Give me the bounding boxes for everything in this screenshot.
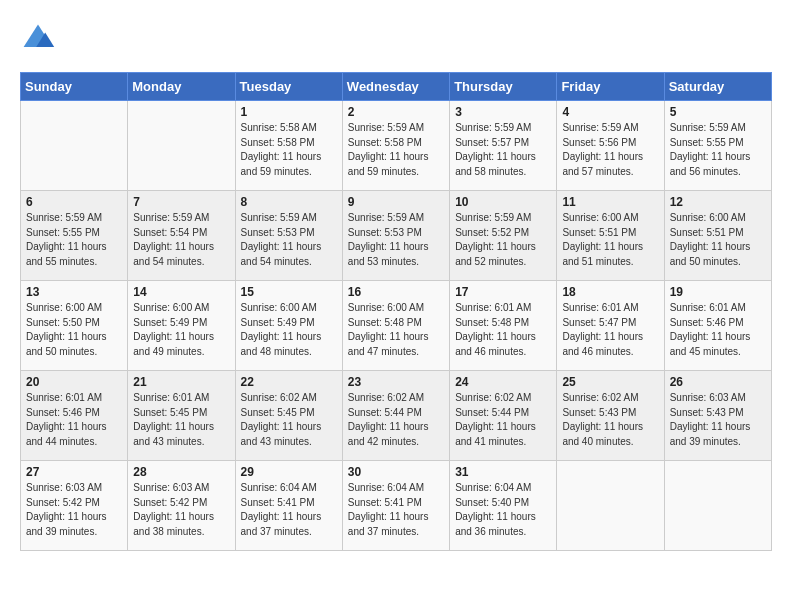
- day-number: 17: [455, 285, 551, 299]
- day-number: 29: [241, 465, 337, 479]
- day-number: 16: [348, 285, 444, 299]
- day-info: Sunrise: 6:00 AM Sunset: 5:48 PM Dayligh…: [348, 301, 444, 359]
- day-number: 7: [133, 195, 229, 209]
- day-info: Sunrise: 6:00 AM Sunset: 5:51 PM Dayligh…: [562, 211, 658, 269]
- day-info: Sunrise: 6:03 AM Sunset: 5:42 PM Dayligh…: [133, 481, 229, 539]
- day-cell: 16Sunrise: 6:00 AM Sunset: 5:48 PM Dayli…: [342, 281, 449, 371]
- day-number: 23: [348, 375, 444, 389]
- day-info: Sunrise: 5:58 AM Sunset: 5:58 PM Dayligh…: [241, 121, 337, 179]
- day-number: 28: [133, 465, 229, 479]
- day-cell: 31Sunrise: 6:04 AM Sunset: 5:40 PM Dayli…: [450, 461, 557, 551]
- day-info: Sunrise: 6:04 AM Sunset: 5:41 PM Dayligh…: [241, 481, 337, 539]
- day-info: Sunrise: 6:01 AM Sunset: 5:46 PM Dayligh…: [26, 391, 122, 449]
- day-info: Sunrise: 6:00 AM Sunset: 5:49 PM Dayligh…: [241, 301, 337, 359]
- day-number: 10: [455, 195, 551, 209]
- day-info: Sunrise: 6:03 AM Sunset: 5:43 PM Dayligh…: [670, 391, 766, 449]
- day-number: 14: [133, 285, 229, 299]
- day-info: Sunrise: 5:59 AM Sunset: 5:57 PM Dayligh…: [455, 121, 551, 179]
- day-number: 1: [241, 105, 337, 119]
- days-of-week-row: SundayMondayTuesdayWednesdayThursdayFrid…: [21, 73, 772, 101]
- day-cell: 12Sunrise: 6:00 AM Sunset: 5:51 PM Dayli…: [664, 191, 771, 281]
- day-number: 27: [26, 465, 122, 479]
- logo-icon: [20, 20, 56, 56]
- day-header-saturday: Saturday: [664, 73, 771, 101]
- day-cell: [664, 461, 771, 551]
- day-cell: 13Sunrise: 6:00 AM Sunset: 5:50 PM Dayli…: [21, 281, 128, 371]
- day-number: 18: [562, 285, 658, 299]
- day-number: 21: [133, 375, 229, 389]
- day-cell: 18Sunrise: 6:01 AM Sunset: 5:47 PM Dayli…: [557, 281, 664, 371]
- day-cell: 22Sunrise: 6:02 AM Sunset: 5:45 PM Dayli…: [235, 371, 342, 461]
- day-cell: 15Sunrise: 6:00 AM Sunset: 5:49 PM Dayli…: [235, 281, 342, 371]
- week-row-2: 6Sunrise: 5:59 AM Sunset: 5:55 PM Daylig…: [21, 191, 772, 281]
- day-cell: 26Sunrise: 6:03 AM Sunset: 5:43 PM Dayli…: [664, 371, 771, 461]
- day-cell: 3Sunrise: 5:59 AM Sunset: 5:57 PM Daylig…: [450, 101, 557, 191]
- logo: [20, 20, 60, 56]
- day-number: 11: [562, 195, 658, 209]
- day-info: Sunrise: 5:59 AM Sunset: 5:55 PM Dayligh…: [26, 211, 122, 269]
- day-info: Sunrise: 6:00 AM Sunset: 5:49 PM Dayligh…: [133, 301, 229, 359]
- day-cell: 11Sunrise: 6:00 AM Sunset: 5:51 PM Dayli…: [557, 191, 664, 281]
- week-row-3: 13Sunrise: 6:00 AM Sunset: 5:50 PM Dayli…: [21, 281, 772, 371]
- day-cell: [128, 101, 235, 191]
- week-row-4: 20Sunrise: 6:01 AM Sunset: 5:46 PM Dayli…: [21, 371, 772, 461]
- week-row-1: 1Sunrise: 5:58 AM Sunset: 5:58 PM Daylig…: [21, 101, 772, 191]
- day-info: Sunrise: 6:01 AM Sunset: 5:46 PM Dayligh…: [670, 301, 766, 359]
- day-number: 24: [455, 375, 551, 389]
- day-number: 9: [348, 195, 444, 209]
- day-info: Sunrise: 5:59 AM Sunset: 5:52 PM Dayligh…: [455, 211, 551, 269]
- day-number: 6: [26, 195, 122, 209]
- day-cell: 5Sunrise: 5:59 AM Sunset: 5:55 PM Daylig…: [664, 101, 771, 191]
- day-info: Sunrise: 6:00 AM Sunset: 5:50 PM Dayligh…: [26, 301, 122, 359]
- day-number: 5: [670, 105, 766, 119]
- day-cell: 24Sunrise: 6:02 AM Sunset: 5:44 PM Dayli…: [450, 371, 557, 461]
- day-number: 31: [455, 465, 551, 479]
- day-info: Sunrise: 5:59 AM Sunset: 5:56 PM Dayligh…: [562, 121, 658, 179]
- day-info: Sunrise: 6:01 AM Sunset: 5:48 PM Dayligh…: [455, 301, 551, 359]
- day-cell: 27Sunrise: 6:03 AM Sunset: 5:42 PM Dayli…: [21, 461, 128, 551]
- day-cell: 23Sunrise: 6:02 AM Sunset: 5:44 PM Dayli…: [342, 371, 449, 461]
- day-info: Sunrise: 6:01 AM Sunset: 5:47 PM Dayligh…: [562, 301, 658, 359]
- day-cell: 7Sunrise: 5:59 AM Sunset: 5:54 PM Daylig…: [128, 191, 235, 281]
- day-cell: 25Sunrise: 6:02 AM Sunset: 5:43 PM Dayli…: [557, 371, 664, 461]
- day-number: 15: [241, 285, 337, 299]
- day-header-friday: Friday: [557, 73, 664, 101]
- day-cell: 1Sunrise: 5:58 AM Sunset: 5:58 PM Daylig…: [235, 101, 342, 191]
- calendar-body: 1Sunrise: 5:58 AM Sunset: 5:58 PM Daylig…: [21, 101, 772, 551]
- day-number: 4: [562, 105, 658, 119]
- day-cell: [21, 101, 128, 191]
- day-cell: 4Sunrise: 5:59 AM Sunset: 5:56 PM Daylig…: [557, 101, 664, 191]
- page-header: [20, 20, 772, 56]
- day-header-sunday: Sunday: [21, 73, 128, 101]
- day-header-thursday: Thursday: [450, 73, 557, 101]
- calendar-table: SundayMondayTuesdayWednesdayThursdayFrid…: [20, 72, 772, 551]
- day-info: Sunrise: 6:02 AM Sunset: 5:44 PM Dayligh…: [348, 391, 444, 449]
- day-number: 12: [670, 195, 766, 209]
- day-cell: 19Sunrise: 6:01 AM Sunset: 5:46 PM Dayli…: [664, 281, 771, 371]
- day-number: 22: [241, 375, 337, 389]
- day-info: Sunrise: 6:00 AM Sunset: 5:51 PM Dayligh…: [670, 211, 766, 269]
- day-cell: 21Sunrise: 6:01 AM Sunset: 5:45 PM Dayli…: [128, 371, 235, 461]
- day-number: 30: [348, 465, 444, 479]
- day-cell: 8Sunrise: 5:59 AM Sunset: 5:53 PM Daylig…: [235, 191, 342, 281]
- day-number: 19: [670, 285, 766, 299]
- day-header-tuesday: Tuesday: [235, 73, 342, 101]
- day-info: Sunrise: 5:59 AM Sunset: 5:55 PM Dayligh…: [670, 121, 766, 179]
- day-info: Sunrise: 5:59 AM Sunset: 5:58 PM Dayligh…: [348, 121, 444, 179]
- day-number: 26: [670, 375, 766, 389]
- day-info: Sunrise: 6:01 AM Sunset: 5:45 PM Dayligh…: [133, 391, 229, 449]
- day-number: 3: [455, 105, 551, 119]
- day-info: Sunrise: 6:04 AM Sunset: 5:40 PM Dayligh…: [455, 481, 551, 539]
- day-cell: [557, 461, 664, 551]
- day-info: Sunrise: 6:02 AM Sunset: 5:45 PM Dayligh…: [241, 391, 337, 449]
- day-cell: 9Sunrise: 5:59 AM Sunset: 5:53 PM Daylig…: [342, 191, 449, 281]
- day-info: Sunrise: 6:02 AM Sunset: 5:43 PM Dayligh…: [562, 391, 658, 449]
- day-number: 2: [348, 105, 444, 119]
- day-header-monday: Monday: [128, 73, 235, 101]
- day-cell: 28Sunrise: 6:03 AM Sunset: 5:42 PM Dayli…: [128, 461, 235, 551]
- day-cell: 6Sunrise: 5:59 AM Sunset: 5:55 PM Daylig…: [21, 191, 128, 281]
- day-info: Sunrise: 6:04 AM Sunset: 5:41 PM Dayligh…: [348, 481, 444, 539]
- day-header-wednesday: Wednesday: [342, 73, 449, 101]
- day-cell: 2Sunrise: 5:59 AM Sunset: 5:58 PM Daylig…: [342, 101, 449, 191]
- day-info: Sunrise: 5:59 AM Sunset: 5:53 PM Dayligh…: [348, 211, 444, 269]
